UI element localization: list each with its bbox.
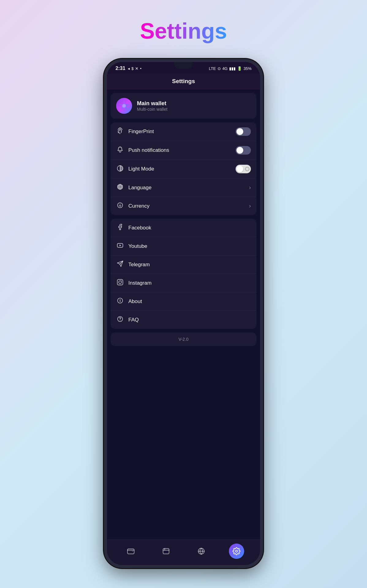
notch <box>174 62 193 69</box>
facebook-icon <box>116 224 124 232</box>
nav-swap[interactable] <box>158 544 174 559</box>
light-mode-label: Light Mode <box>128 166 154 172</box>
svg-point-2 <box>120 147 120 148</box>
language-icon <box>116 183 124 192</box>
fingerprint-row[interactable]: FingerPrint I <box>111 122 256 141</box>
nav-settings[interactable] <box>229 544 244 559</box>
push-notifications-toggle-label: I <box>238 149 239 152</box>
fingerprint-icon <box>116 128 124 136</box>
battery-level: 35% <box>244 66 252 71</box>
language-chevron: › <box>249 184 251 191</box>
svg-point-4 <box>118 203 123 208</box>
wallet-nav-icon <box>127 547 135 555</box>
phone-wrapper: 2:31 ◂ $ ✕ • LTE ⊙ 4G ▮▮▮ 🔋 35% <box>104 59 263 568</box>
light-mode-icon <box>116 165 124 173</box>
half-circle-svg <box>117 165 123 172</box>
facebook-svg <box>117 224 123 230</box>
light-mode-row[interactable]: Light Mode <box>111 159 256 178</box>
language-row[interactable]: Language › <box>111 178 256 197</box>
telegram-label: Telegram <box>128 262 150 268</box>
svg-rect-7 <box>117 279 123 285</box>
phone-shell: 2:31 ◂ $ ✕ • LTE ⊙ 4G ▮▮▮ 🔋 35% <box>104 59 263 568</box>
bottom-nav <box>107 540 260 565</box>
currency-svg <box>117 202 123 209</box>
notification-icon <box>116 146 124 155</box>
faq-label: FAQ <box>128 317 139 323</box>
language-left: Language <box>116 183 152 192</box>
svg-point-1 <box>122 104 126 108</box>
faq-svg <box>117 316 123 322</box>
notification-svg <box>117 146 123 153</box>
currency-label: Currency <box>128 203 149 209</box>
swap-nav-icon <box>162 547 170 555</box>
status-time: 2:31 <box>115 66 125 71</box>
fingerprint-toggle-label: I <box>238 130 239 133</box>
nav-browser[interactable] <box>194 544 209 559</box>
settings-nav-icon <box>233 547 240 555</box>
light-mode-toggle[interactable] <box>236 165 251 173</box>
wallet-card: Main wallet Multi-coin wallet <box>111 93 256 119</box>
svg-marker-6 <box>119 244 121 246</box>
currency-icon <box>116 202 124 210</box>
lte-icon: LTE <box>209 66 216 71</box>
nav-wallet[interactable] <box>123 544 138 559</box>
youtube-row[interactable]: Youtube <box>111 237 256 256</box>
youtube-svg <box>117 242 123 249</box>
location-icon: ◂ <box>128 66 130 71</box>
fingerprint-toggle[interactable]: I <box>236 127 251 136</box>
instagram-row[interactable]: Instagram <box>111 274 256 292</box>
dot-icon: • <box>140 66 142 71</box>
wallet-name: Main wallet <box>137 100 168 107</box>
light-mode-toggle-circle <box>245 167 249 171</box>
svg-rect-14 <box>127 549 134 554</box>
app-header-title: Settings <box>172 78 195 84</box>
push-notifications-label: Push notifications <box>128 147 169 153</box>
wallet-subtitle: Multi-coin wallet <box>137 107 168 112</box>
telegram-row[interactable]: Telegram <box>111 256 256 274</box>
currency-chevron: › <box>249 203 251 209</box>
wallet-avatar-icon <box>119 100 130 111</box>
currency-row[interactable]: Currency › <box>111 197 256 215</box>
faq-row[interactable]: FAQ <box>111 311 256 329</box>
version-text: V-2.0 <box>179 337 189 342</box>
dollar-icon: $ <box>131 66 134 71</box>
browser-nav-icon <box>197 547 205 555</box>
phone-screen: 2:31 ◂ $ ✕ • LTE ⊙ 4G ▮▮▮ 🔋 35% <box>107 62 260 565</box>
version-row: V-2.0 <box>111 332 256 346</box>
push-notifications-row[interactable]: Push notifications I <box>111 141 256 159</box>
light-mode-left: Light Mode <box>116 165 154 173</box>
svg-point-11 <box>120 299 120 300</box>
settings-items-card: FingerPrint I <box>111 122 256 215</box>
about-svg <box>117 297 123 304</box>
wifi-icon: ⊙ <box>218 66 221 71</box>
about-label: About <box>128 298 142 305</box>
youtube-label: Youtube <box>128 243 147 249</box>
youtube-icon <box>116 242 124 250</box>
push-notifications-toggle[interactable]: I <box>236 146 251 155</box>
fingerprint-label: FingerPrint <box>128 129 154 135</box>
page-title: Settings <box>140 18 227 44</box>
svg-point-9 <box>121 280 122 281</box>
light-mode-toggle-knob <box>236 166 243 172</box>
svg-point-8 <box>119 281 121 283</box>
fingerprint-left: FingerPrint <box>116 128 154 136</box>
about-row[interactable]: About <box>111 292 256 311</box>
svg-rect-15 <box>163 548 169 554</box>
screen-content[interactable]: Main wallet Multi-coin wallet <box>107 89 260 540</box>
svg-point-13 <box>120 320 120 321</box>
social-card: Facebook Youtube <box>111 219 256 329</box>
about-icon <box>116 297 124 306</box>
status-left: 2:31 ◂ $ ✕ • <box>115 66 142 71</box>
instagram-label: Instagram <box>128 280 152 286</box>
fingerprint-svg <box>117 128 123 134</box>
telegram-icon <box>116 260 124 269</box>
instagram-svg <box>117 279 123 286</box>
status-right: LTE ⊙ 4G ▮▮▮ 🔋 35% <box>209 66 252 71</box>
push-notifications-left: Push notifications <box>116 146 169 155</box>
app-header: Settings <box>107 74 260 89</box>
wallet-row[interactable]: Main wallet Multi-coin wallet <box>111 93 256 119</box>
facebook-row[interactable]: Facebook <box>111 219 256 237</box>
facebook-label: Facebook <box>128 225 151 231</box>
signal-icon: 4G <box>222 66 228 71</box>
x-icon: ✕ <box>135 66 138 71</box>
